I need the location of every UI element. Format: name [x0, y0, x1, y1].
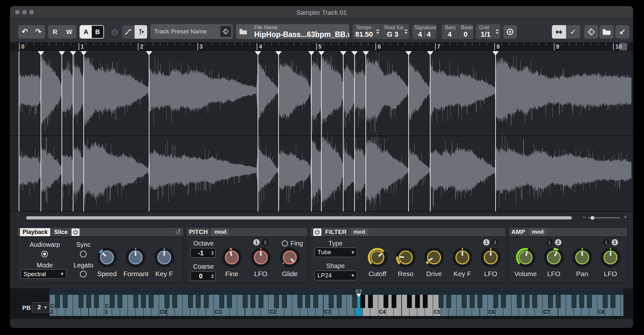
filter-shape-dropdown[interactable]: LP24 ▼ — [315, 271, 357, 280]
drive-knob[interactable]: Drive — [422, 239, 446, 278]
black-key[interactable] — [407, 295, 412, 308]
confirm-button[interactable]: ✓ — [566, 25, 580, 39]
knob-dial[interactable] — [249, 246, 273, 269]
slice-marker-handle[interactable] — [255, 51, 261, 55]
grid-stepper[interactable] — [495, 24, 500, 39]
black-key[interactable] — [141, 295, 146, 308]
speed-knob[interactable]: Speed — [95, 239, 119, 278]
track-preset-field[interactable]: Track Preset Name — [150, 24, 233, 39]
lfo-knob[interactable]: 12LFO — [598, 239, 623, 278]
slice-marker[interactable] — [62, 51, 62, 211]
slice-marker[interactable] — [83, 51, 84, 211]
audiowarp-radio[interactable] — [41, 251, 48, 257]
black-key[interactable] — [532, 295, 537, 308]
waveform-display[interactable] — [10, 51, 633, 212]
pitch-mod-button[interactable]: mod — [212, 228, 229, 236]
title-bar[interactable]: Sampler Track 01 — [10, 6, 633, 19]
black-key[interactable] — [243, 295, 248, 308]
black-key[interactable] — [86, 295, 91, 308]
black-key[interactable] — [251, 295, 255, 308]
lfo-knob[interactable]: 12LFO — [249, 239, 273, 278]
amp-mod-button[interactable]: mod — [529, 228, 546, 236]
knob-dial[interactable] — [570, 246, 594, 269]
slice-marker[interactable] — [495, 51, 496, 211]
black-key[interactable] — [368, 295, 373, 308]
horizontal-scrollbar[interactable] — [26, 216, 572, 219]
black-key[interactable] — [517, 295, 522, 308]
black-key[interactable] — [470, 295, 475, 308]
slice-marker[interactable] — [408, 51, 409, 211]
mod-slot-badge[interactable]: 1 — [483, 239, 490, 246]
slice-marker-handle[interactable] — [351, 51, 358, 55]
mod-slot-badge[interactable]: 2 — [262, 239, 269, 246]
black-key[interactable] — [548, 295, 553, 308]
setting-b-button[interactable]: B — [92, 26, 103, 38]
slice-marker[interactable] — [311, 51, 312, 211]
black-key[interactable] — [329, 295, 334, 308]
tempo-field[interactable]: Tempo 81.50 — [353, 24, 376, 39]
reso-knob[interactable]: Reso — [393, 239, 418, 278]
black-key[interactable] — [556, 295, 561, 308]
knob-dial[interactable] — [479, 246, 503, 269]
coarse-stepper[interactable]: 0 — [190, 271, 215, 281]
slice-marker[interactable] — [430, 51, 431, 211]
white-key[interactable] — [621, 295, 623, 317]
black-key[interactable] — [298, 295, 302, 308]
formant-knob[interactable]: Formant — [123, 239, 148, 278]
black-key[interactable] — [63, 295, 68, 308]
slice-marker[interactable] — [365, 51, 366, 211]
transfer-to-track-button[interactable]: ↙ — [615, 25, 630, 39]
reset-icon[interactable]: ↺ — [175, 228, 181, 236]
mod-slot-badge[interactable]: 2 — [612, 239, 618, 246]
black-key[interactable] — [587, 295, 592, 308]
black-key[interactable] — [118, 295, 122, 308]
slice-marker[interactable] — [258, 51, 258, 211]
black-key[interactable] — [282, 295, 287, 308]
slice-marker-handle[interactable] — [70, 51, 76, 55]
octave-stepper[interactable]: -1 — [190, 248, 215, 258]
key-f-knob[interactable]: Key F — [152, 239, 176, 278]
black-key[interactable] — [219, 295, 224, 308]
fine-knob[interactable]: Fine — [220, 239, 244, 278]
bars-field[interactable]: Bars 4 — [442, 24, 458, 39]
filter-mod-button[interactable]: mod — [351, 228, 368, 236]
black-key[interactable] — [423, 295, 428, 308]
mod-slot-badge[interactable]: 1 — [603, 239, 610, 246]
knob-dial[interactable] — [365, 246, 389, 269]
preset-browser-button[interactable] — [220, 26, 231, 37]
mode-dropdown[interactable]: Spectral ▼ — [21, 269, 66, 279]
setting-a-button[interactable]: A — [80, 26, 92, 38]
lfo-knob[interactable]: 12LFO — [478, 239, 503, 278]
black-key[interactable] — [79, 295, 83, 308]
slice-playback-button[interactable] — [135, 25, 147, 39]
read-automation-button[interactable]: R — [48, 25, 62, 39]
slice-marker-handle[interactable] — [427, 51, 433, 55]
legato-radio[interactable] — [80, 271, 87, 277]
write-automation-button[interactable]: W — [62, 25, 76, 39]
slice-power-button[interactable] — [71, 228, 80, 236]
zoom-out-button[interactable]: − — [582, 214, 586, 221]
black-key[interactable] — [392, 295, 396, 308]
black-key[interactable] — [94, 295, 99, 308]
black-key[interactable] — [149, 295, 154, 308]
black-key[interactable] — [172, 295, 177, 308]
sample-start-line[interactable] — [19, 51, 19, 211]
knob-dial[interactable] — [542, 246, 566, 269]
tempo-stepper[interactable] — [376, 24, 381, 39]
slice-marker-handle[interactable] — [492, 51, 499, 55]
black-key[interactable] — [204, 295, 209, 308]
slice-marker[interactable] — [149, 51, 149, 211]
knob-dial[interactable] — [599, 246, 622, 269]
slice-marker-handle[interactable] — [59, 51, 65, 55]
black-key[interactable] — [110, 295, 115, 308]
beats-field[interactable]: Beats 0 — [458, 24, 474, 39]
slice-marker-handle[interactable] — [80, 51, 87, 55]
slice-marker[interactable] — [343, 51, 344, 211]
slice-marker-handle[interactable] — [340, 51, 346, 55]
black-key[interactable] — [493, 295, 498, 308]
slice-marker[interactable] — [321, 51, 322, 211]
black-key[interactable] — [501, 295, 506, 308]
black-key[interactable] — [384, 295, 388, 308]
knob-dial[interactable] — [95, 246, 119, 269]
lfo-knob[interactable]: 12LFO — [542, 239, 566, 278]
